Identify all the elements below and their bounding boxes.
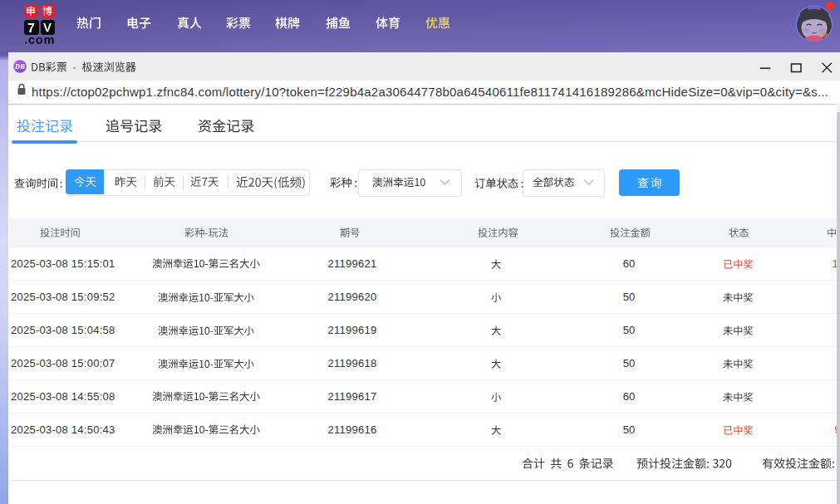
- svg-text:DB: DB: [14, 62, 25, 71]
